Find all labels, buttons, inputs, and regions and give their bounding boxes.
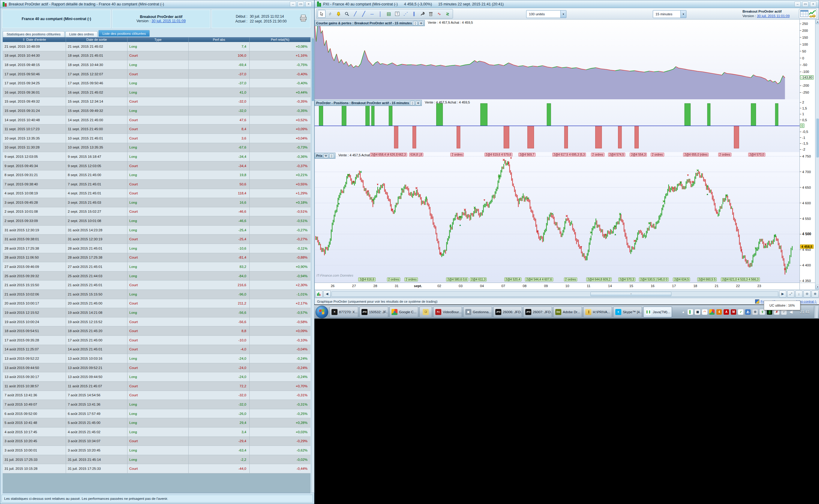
table-row[interactable]: 2 sept. 2015 10:01:082 sept. 2015 15:02:…: [3, 207, 311, 217]
cursor-tool-icon[interactable]: [318, 10, 325, 18]
pattern-up-tool-icon[interactable]: ≷: [444, 10, 451, 18]
table-row[interactable]: 17 sept. 2015 09:34:2517 sept. 2015 09:5…: [3, 79, 311, 88]
chart-style-button[interactable]: [315, 290, 323, 298]
pattern-down-tool-icon[interactable]: ∿: [435, 10, 443, 18]
taskbar-button[interactable]: JFD26006: JFD...: [493, 307, 522, 317]
restore-button[interactable]: ▭: [298, 1, 304, 7]
table-row[interactable]: 21 sept. 2015 10:48:0921 sept. 2015 21:4…: [3, 42, 311, 51]
taskbar-button[interactable]: ▌▐Java(TM)...: [643, 307, 672, 317]
close-button[interactable]: ×: [810, 1, 816, 7]
table-row[interactable]: 4 sept. 2015 10:08:194 sept. 2015 21:45:…: [3, 189, 311, 198]
table-row[interactable]: 11 août 2015 10:38:5711 août 2015 21:45:…: [3, 382, 311, 391]
units-select[interactable]: 100 unités ▼: [526, 10, 566, 18]
table-row[interactable]: 3 août 2015 10:20:453 août 2015 10:34:07…: [3, 437, 311, 446]
chart-edit-tool-icon[interactable]: ▤: [385, 10, 393, 18]
taskbar-button[interactable]: ◍Google C...: [389, 307, 418, 317]
table-row[interactable]: 7 sept. 2015 09:38:407 sept. 2015 21:45:…: [3, 180, 311, 189]
taskbar-button[interactable]: ❏: [419, 307, 432, 317]
print-icon[interactable]: [299, 15, 307, 23]
table-row[interactable]: 15 sept. 2015 09:49:3215 sept. 2015 12:3…: [3, 97, 311, 107]
column-header[interactable]: Perf abs: [188, 37, 249, 42]
vertical-scrollbar[interactable]: ▲ ▼: [815, 19, 819, 289]
table-row[interactable]: 16 sept. 2015 09:36:0116 sept. 2015 21:4…: [3, 88, 311, 97]
table-row[interactable]: 2 sept. 2015 09:33:092 sept. 2015 10:01:…: [3, 216, 311, 226]
text-tool-icon[interactable]: T: [393, 10, 401, 18]
report-titlebar[interactable]: Breakout ProOrder actif - Rapport détail…: [0, 0, 314, 8]
parallel-lines-tool-icon[interactable]: ∥: [410, 10, 418, 18]
horizontal-scrollbar[interactable]: ≡: [331, 291, 778, 297]
alarm-tool-icon[interactable]: [335, 10, 342, 18]
table-row[interactable]: 31 août 2015 12:30:1931 août 2015 14:23:…: [3, 226, 311, 235]
version-link[interactable]: 30 juil. 2015 11:01:09: [151, 19, 186, 23]
table-row[interactable]: 18 sept. 2015 09:48:1518 sept. 2015 10:4…: [3, 60, 311, 70]
table-row[interactable]: 17 août 2015 09:35:2817 août 2015 21:45:…: [3, 336, 311, 345]
scroll-right-button[interactable]: ▶: [779, 290, 786, 298]
taskbar-button[interactable]: ✕877270: X...: [329, 307, 358, 317]
report-shortcut-icon[interactable]: [799, 9, 817, 19]
copy-icon[interactable]: ▯: [410, 101, 415, 105]
zoom-tool-icon[interactable]: [343, 10, 351, 18]
table-row[interactable]: 4 août 2015 10:17:454 août 2015 21:45:02…: [3, 427, 311, 437]
panel-title-tab[interactable]: ProOrder - Positions : Breakout ProOrder…: [315, 100, 422, 106]
table-row[interactable]: 13 août 2015 09:30:1713 août 2015 09:44:…: [3, 372, 311, 382]
version-link[interactable]: 30 juil. 2015 11:01:09: [757, 14, 790, 18]
acrobat-tray-icon[interactable]: A: [724, 309, 729, 315]
column-header[interactable]: Type: [127, 37, 188, 42]
table-row[interactable]: 7 août 2015 13:41:367 août 2015 14:54:56…: [3, 391, 311, 400]
taskbar-clock[interactable]: 21:41: [797, 310, 813, 314]
table-row[interactable]: 6 août 2015 09:52:006 août 2015 17:57:49…: [3, 409, 311, 419]
table-row[interactable]: 7 août 2015 10:49:077 août 2015 13:41:36…: [3, 400, 311, 409]
table-row[interactable]: 18 sept. 2015 10:44:3018 sept. 2015 21:4…: [3, 51, 311, 61]
table-scrollbar[interactable]: [311, 37, 314, 493]
close-button[interactable]: ×: [305, 1, 312, 7]
vertical-line-tool-icon[interactable]: │: [377, 10, 384, 18]
green-check-tray-icon[interactable]: ✓: [738, 309, 743, 315]
minimize-button[interactable]: –: [290, 1, 296, 7]
horizontal-line-tool-icon[interactable]: ─: [368, 10, 376, 18]
table-row[interactable]: 17 sept. 2015 09:50:4617 sept. 2015 12:3…: [3, 70, 311, 79]
equity-panel[interactable]: Courbe gains & pertes : Breakout ProOrde…: [315, 19, 799, 100]
table-row[interactable]: 25 août 2015 09:39:3225 août 2015 21:44:…: [3, 271, 311, 281]
show-desktop-button[interactable]: [814, 306, 818, 318]
table-row[interactable]: 18 août 2015 09:54:5118 août 2015 21:45:…: [3, 326, 311, 336]
close-icon[interactable]: ⊗: [416, 101, 420, 105]
table-row[interactable]: 10 sept. 2015 13:35:3510 sept. 2015 21:4…: [3, 134, 311, 143]
points-tool-icon[interactable]: ⋰: [402, 10, 409, 18]
trendline-tool-icon[interactable]: ╱: [360, 10, 367, 18]
table-row[interactable]: 13 août 2015 09:44:5013 août 2015 09:52:…: [3, 363, 311, 373]
minimize-button[interactable]: –: [794, 1, 801, 7]
column-header[interactable]: ⇧Date d'entrée: [3, 37, 66, 42]
ruler-tool-icon[interactable]: ▱: [326, 10, 334, 18]
segment-tool-icon[interactable]: ╱: [351, 10, 359, 18]
fit-vertical-button[interactable]: ⤢: [787, 290, 794, 298]
tab-1[interactable]: Statistiques des positions clôturées: [3, 31, 65, 37]
table-row[interactable]: 13 août 2015 09:52:2213 août 2015 10:03:…: [3, 354, 311, 363]
table-row[interactable]: 10 sept. 2015 11:30:2810 sept. 2015 13:3…: [3, 143, 311, 152]
scroll-left-button[interactable]: ◀: [323, 290, 331, 298]
panel-title-tab[interactable]: Prix⚒▯: [315, 153, 335, 159]
delete-tool-icon[interactable]: [427, 10, 435, 18]
taskbar-button[interactable]: ▐H:\PRIVA...: [583, 307, 612, 317]
table-row[interactable]: 21 août 2015 10:02:0621 août 2015 15:15:…: [3, 290, 311, 299]
taskbar-button[interactable]: FzVideoBour...: [433, 307, 462, 317]
tab-3[interactable]: Liste des positions clôturées: [98, 30, 149, 37]
taskbar-button[interactable]: JFD150532: JF...: [359, 307, 388, 317]
price-panel[interactable]: ✕✕✕✕✕✕✕✕✕✕✕✕✕✕✕✕✕✕✕✕✕✕✕✕✕✕✕✕✕✕✕✕✕✕✕✕✕✕✕✕…: [315, 152, 799, 283]
table-row[interactable]: 8 sept. 2015 09:31:218 sept. 2015 21:45:…: [3, 170, 311, 180]
chart-titlebar[interactable]: PXI - France 40 au comptant (Mini-contra…: [315, 0, 819, 8]
table-row[interactable]: 3 août 2015 10:00:013 août 2015 10:20:45…: [3, 446, 311, 455]
restore-button[interactable]: ▭: [802, 1, 809, 7]
taskbar-button[interactable]: ▦Gestionna...: [463, 307, 492, 317]
column-header[interactable]: Perf relat(%): [249, 37, 311, 42]
copy-icon[interactable]: ▯: [329, 154, 334, 158]
wrench-icon[interactable]: ⚒: [324, 154, 328, 158]
table-row[interactable]: 28 août 2015 11:06:5028 août 2015 17:25:…: [3, 253, 311, 263]
scroll-up-icon[interactable]: ▲: [816, 20, 819, 24]
table-row[interactable]: 21 août 2015 15:15:5021 août 2015 21:45:…: [3, 281, 311, 290]
table-row[interactable]: 5 août 2015 10:41:485 août 2015 21:45:00…: [3, 418, 311, 427]
table-row[interactable]: 15 sept. 2015 09:31:2415 sept. 2015 09:4…: [3, 106, 311, 115]
positions-panel[interactable]: ProOrder - Positions : Breakout ProOrder…: [315, 99, 799, 152]
table-row[interactable]: 31 juil. 2015 17:25:3331 juil. 2015 21:4…: [3, 455, 311, 464]
table-row[interactable]: 9 sept. 2015 12:03:059 sept. 2015 16:18:…: [3, 152, 311, 161]
adobe-m-tray-icon[interactable]: M: [731, 309, 736, 315]
